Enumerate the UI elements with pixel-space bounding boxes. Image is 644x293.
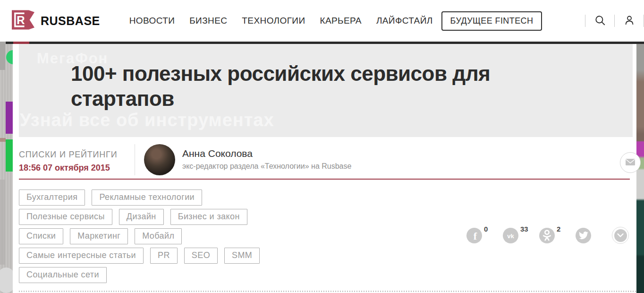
tag[interactable]: SEO bbox=[184, 248, 218, 264]
tag[interactable]: SMM bbox=[224, 248, 260, 264]
tag[interactable]: Бизнес и закон bbox=[170, 209, 247, 225]
reading-progress-fill bbox=[13, 42, 29, 44]
share-facebook-button[interactable]: f 0 bbox=[466, 228, 503, 247]
svg-text:vk: vk bbox=[507, 233, 514, 240]
tag[interactable]: Социальные сети bbox=[19, 267, 107, 283]
logo-brand-text: RUSBASE bbox=[41, 14, 100, 28]
article-category-link[interactable]: СПИСКИ И РЕЙТИНГИ bbox=[19, 150, 117, 160]
search-button[interactable] bbox=[585, 0, 614, 42]
article-title: 100+ полезных российских сервисов для ст… bbox=[71, 61, 595, 111]
search-icon bbox=[594, 14, 606, 28]
twitter-icon bbox=[576, 228, 591, 243]
header-icons bbox=[585, 0, 644, 42]
share-odnoklassniki-button[interactable]: 2 bbox=[539, 228, 576, 247]
nav-item-news[interactable]: НОВОСТИ bbox=[129, 16, 175, 26]
user-button[interactable] bbox=[615, 0, 644, 42]
tag-row: СпискиМаркетингМобайл bbox=[19, 228, 359, 244]
tag-row: Социальные сети bbox=[19, 267, 359, 283]
tag[interactable]: Рекламные технологии bbox=[92, 190, 202, 206]
nav-item-technology[interactable]: ТЕХНОЛОГИИ bbox=[242, 16, 305, 26]
tag-row: Полезные сервисыДизайнБизнес и закон bbox=[19, 209, 359, 225]
nav-item-business[interactable]: БИЗНЕС bbox=[189, 16, 227, 26]
share-bar: f 0 vk 33 2 bbox=[466, 228, 644, 247]
meta-divider bbox=[135, 144, 135, 175]
rusbase-logo-icon: R bbox=[10, 9, 36, 33]
author-role: экс-редактор раздела «Технологии» на Rus… bbox=[182, 162, 351, 171]
site-header: R RUSBASE НОВОСТИ БИЗНЕС ТЕХНОЛОГИИ КАРЬ… bbox=[0, 0, 644, 42]
tag-row: Самые интересные статьиPRSEOSMM bbox=[19, 248, 359, 264]
pocket-icon bbox=[612, 227, 629, 244]
tag-row: БухгалтерияРекламные технологии bbox=[19, 190, 359, 206]
tag[interactable]: PR bbox=[150, 248, 178, 264]
odnoklassniki-icon bbox=[539, 228, 555, 243]
reading-progress-bar bbox=[6, 42, 644, 44]
vk-share-count: 33 bbox=[520, 225, 528, 233]
hero-ad-watermark-bottom: Узнай все об инструментах bbox=[20, 110, 274, 130]
email-subscribe-button[interactable] bbox=[620, 152, 641, 173]
share-pocket-button[interactable] bbox=[612, 228, 644, 247]
svg-text:R: R bbox=[17, 14, 25, 26]
svg-text:f: f bbox=[474, 230, 477, 242]
bg-purple-block bbox=[6, 102, 13, 134]
article-meta: СПИСКИ И РЕЙТИНГИ 18:56 07 октября 2015 … bbox=[19, 144, 636, 175]
facebook-icon: f bbox=[466, 228, 482, 243]
vk-icon: vk bbox=[503, 228, 518, 243]
odnoklassniki-share-count: 2 bbox=[557, 225, 560, 233]
tag[interactable]: Самые интересные статьи bbox=[19, 248, 144, 264]
article-card: МегаФон Узнай все об инструментах 100+ п… bbox=[13, 44, 636, 293]
tag[interactable]: Полезные сервисы bbox=[19, 209, 112, 225]
user-icon bbox=[624, 14, 635, 28]
fintech-button[interactable]: БУДУЩЕЕ FINTECH bbox=[441, 11, 542, 31]
author-avatar[interactable] bbox=[144, 144, 175, 175]
envelope-icon bbox=[625, 158, 636, 168]
tag[interactable]: Мобайл bbox=[135, 228, 182, 244]
nav-item-lifestyle[interactable]: ЛАЙФСТАЙЛ bbox=[376, 16, 433, 26]
hero-banner: МегаФон Узнай все об инструментах 100+ п… bbox=[19, 44, 633, 137]
dotted-separator bbox=[19, 291, 636, 292]
main-nav: НОВОСТИ БИЗНЕС ТЕХНОЛОГИИ КАРЬЕРА ЛАЙФСТ… bbox=[129, 16, 433, 26]
nav-item-career[interactable]: КАРЬЕРА bbox=[320, 16, 361, 26]
facebook-share-count: 0 bbox=[484, 225, 488, 233]
tag[interactable]: Дизайн bbox=[119, 209, 164, 225]
share-vk-button[interactable]: vk 33 bbox=[503, 228, 539, 247]
maroon-divider bbox=[19, 179, 630, 180]
background-image-left-strip bbox=[0, 42, 13, 293]
bg-green-circle bbox=[6, 50, 13, 64]
share-twitter-button[interactable] bbox=[576, 228, 612, 247]
tags: БухгалтерияРекламные технологииПолезные … bbox=[19, 190, 359, 286]
logo[interactable]: R RUSBASE bbox=[10, 9, 100, 33]
tag[interactable]: Списки bbox=[19, 228, 63, 244]
bg-green-block bbox=[6, 139, 13, 172]
tag[interactable]: Маркетинг bbox=[70, 228, 128, 244]
author-name[interactable]: Анна Соколова bbox=[182, 148, 253, 159]
publish-datetime: 18:56 07 октября 2015 bbox=[19, 163, 110, 173]
tag[interactable]: Бухгалтерия bbox=[19, 190, 85, 206]
